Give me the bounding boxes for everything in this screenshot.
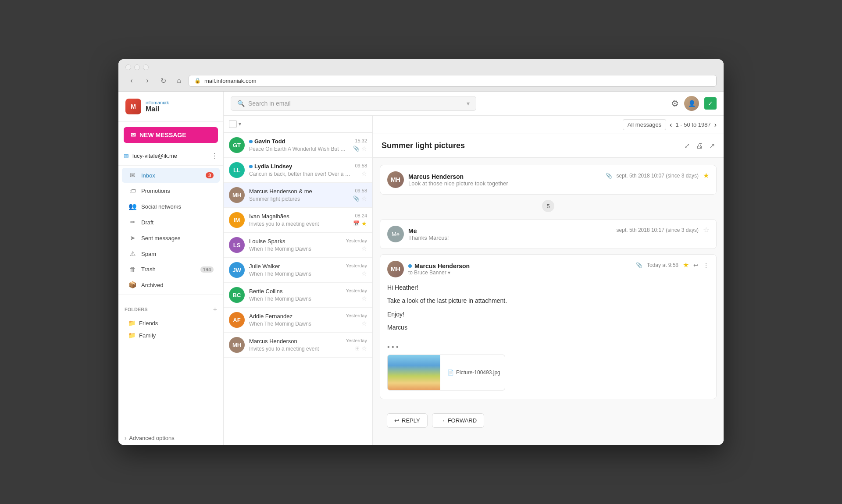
- compose-icon: ✉: [131, 131, 136, 138]
- browser-window: ‹ › ↻ ⌂ 🔒 mail.infomaniak.com M infomani…: [118, 59, 724, 445]
- msg-content: Gavin Todd Peace On Earth A Wonderful Wi…: [249, 138, 349, 152]
- multi-icon: ⊞: [355, 345, 360, 351]
- settings-button[interactable]: ⚙: [671, 98, 679, 109]
- msg-content: Lydia Lindsey Cancun is back, better tha…: [249, 163, 350, 177]
- sidebar-header: M infomaniak Mail: [118, 92, 223, 122]
- forward-button[interactable]: → FORWARD: [432, 413, 484, 428]
- reply-quick-button[interactable]: ↩: [693, 262, 699, 269]
- reload-button[interactable]: ↻: [157, 75, 169, 87]
- message-item[interactable]: JW Julie Walker When The Morning Dawns Y…: [224, 258, 372, 283]
- star-icon[interactable]: ☆: [361, 295, 367, 302]
- nav-draft[interactable]: ✏ Draft: [122, 215, 220, 230]
- nav-social[interactable]: 👥 Social networks: [122, 199, 220, 214]
- avatar[interactable]: 👤: [684, 96, 699, 111]
- reply-button[interactable]: ↩ REPLY: [387, 413, 428, 428]
- search-bar[interactable]: 🔍 Search in email ▾: [231, 96, 476, 111]
- browser-dot-maximize[interactable]: [143, 64, 149, 70]
- star-icon[interactable]: ☆: [361, 320, 367, 327]
- msg-content: Marcus Henderson & me Summer light pictu…: [249, 188, 349, 202]
- folder-family[interactable]: 📁 Family: [124, 329, 218, 341]
- thread-sender-name: Marcus Henderson: [408, 173, 508, 180]
- msg-avatar: LL: [229, 162, 245, 178]
- msg-preview: Summer light pictures: [249, 196, 349, 202]
- nav-trash[interactable]: 🗑 Trash 194: [122, 262, 220, 277]
- message-item[interactable]: BC Bertie Collins When The Morning Dawns…: [224, 283, 372, 308]
- msg-content: Bertie Collins When The Morning Dawns: [249, 288, 341, 302]
- message-item[interactable]: MH Marcus Henderson & me Summer light pi…: [224, 183, 372, 208]
- advanced-options-label: Advanced options: [129, 435, 174, 441]
- msg-preview: Invites you to a meeting event: [249, 346, 341, 352]
- msg-preview: Invites you to a meeting event: [249, 221, 349, 227]
- next-page-button[interactable]: ›: [714, 121, 717, 129]
- select-all-checkbox[interactable]: [229, 120, 237, 128]
- msg-preview: When The Morning Dawns: [249, 246, 341, 252]
- prev-page-button[interactable]: ‹: [670, 121, 672, 129]
- thread-to-chevron[interactable]: ▾: [448, 270, 450, 276]
- ellipsis-button[interactable]: • • •: [387, 343, 399, 351]
- account-more-icon[interactable]: ⋮: [211, 152, 218, 160]
- sender-name: Marcus Henderson: [249, 338, 297, 344]
- star-icon[interactable]: ☆: [361, 245, 367, 252]
- msg-avatar: MH: [229, 337, 245, 353]
- back-button[interactable]: ‹: [125, 75, 138, 87]
- thread-to: to Bruce Banner ▾: [408, 270, 470, 276]
- thread-more-button[interactable]: ⋮: [703, 262, 709, 269]
- nav-spam[interactable]: ⚠ Spam: [122, 246, 220, 261]
- star-icon[interactable]: ☆: [361, 345, 367, 352]
- address-bar[interactable]: 🔒 mail.infomaniak.com: [189, 75, 717, 87]
- all-messages-button[interactable]: All messages: [623, 119, 666, 130]
- search-placeholder: Search in email: [248, 100, 291, 107]
- star-icon[interactable]: ☆: [361, 145, 367, 152]
- star-icon[interactable]: ☆: [361, 170, 367, 177]
- browser-dot-close[interactable]: [125, 64, 131, 70]
- forward-button[interactable]: ›: [141, 75, 153, 87]
- nav-archived[interactable]: 📦 Archived: [122, 277, 220, 292]
- thread-item-header[interactable]: MH Marcus Henderson Look at those nice p…: [380, 165, 716, 194]
- folder-friends[interactable]: 📁 Friends: [124, 317, 218, 329]
- sender-name: Bertie Collins: [249, 288, 283, 295]
- msg-meta: Yesterday ☆: [346, 313, 367, 327]
- message-item[interactable]: IM Ivan Magalhães Invites you to a meeti…: [224, 208, 372, 233]
- select-dropdown-icon[interactable]: ▾: [239, 121, 241, 127]
- external-link-button[interactable]: ↗: [709, 142, 715, 150]
- promotions-icon: 🏷: [128, 187, 137, 195]
- message-item[interactable]: LL Lydia Lindsey Cancun is back, better …: [224, 158, 372, 183]
- thread-star-button-3[interactable]: ★: [683, 261, 689, 269]
- msg-avatar: AF: [229, 312, 245, 328]
- browser-dot-minimize[interactable]: [134, 64, 140, 70]
- nav-sent[interactable]: ➤ Sent messages: [122, 231, 220, 245]
- print-button[interactable]: 🖨: [696, 142, 703, 150]
- message-item[interactable]: GT Gavin Todd Peace On Earth A Wonderful…: [224, 133, 372, 158]
- nav-promotions[interactable]: 🏷 Promotions: [122, 184, 220, 198]
- thread-star-button-2[interactable]: ☆: [703, 226, 709, 234]
- thread-meta-2: sept. 5th 2018 10:17 (since 3 days) ☆: [617, 226, 709, 234]
- message-item[interactable]: MH Marcus Henderson Invites you to a mee…: [224, 333, 372, 358]
- add-folder-button[interactable]: +: [213, 305, 217, 313]
- nav-inbox[interactable]: ✉ Inbox 3: [122, 168, 220, 183]
- account-item[interactable]: ✉ lucy-vitale@ik.me ⋮: [118, 148, 223, 163]
- star-icon[interactable]: ☆: [361, 270, 367, 277]
- browser-chrome: ‹ › ↻ ⌂ 🔒 mail.infomaniak.com: [118, 59, 724, 92]
- calendar-icon: 📅: [353, 220, 360, 227]
- advanced-options[interactable]: › Advanced options: [118, 431, 223, 445]
- expand-icon[interactable]: ⤢: [684, 142, 690, 150]
- msg-preview: When The Morning Dawns: [249, 296, 341, 302]
- message-item[interactable]: LS Louise Sparks When The Morning Dawns …: [224, 233, 372, 258]
- thread-meta: 📎 sept. 5th 2018 10:07 (since 3 days) ★: [606, 171, 709, 180]
- folder-family-label: Family: [139, 332, 156, 339]
- message-item[interactable]: AF Addie Fernandez When The Morning Dawn…: [224, 308, 372, 333]
- attachment-item[interactable]: 📄 Picture-100493.jpg: [387, 355, 505, 390]
- new-message-button[interactable]: ✉ NEW MESSAGE: [124, 127, 218, 143]
- spam-label: Spam: [141, 251, 214, 257]
- search-dropdown-icon[interactable]: ▾: [467, 100, 470, 107]
- inbox-badge: 3: [206, 172, 214, 178]
- account-email: lucy-vitale@ik.me: [132, 153, 177, 159]
- msg-meta: Yesterday ☆: [346, 238, 367, 252]
- star-icon[interactable]: ☆: [361, 195, 367, 202]
- thread-item-header-2[interactable]: Me Me Thanks Marcus! sept. 5th 2018 10:1…: [380, 220, 716, 248]
- home-button[interactable]: ⌂: [173, 75, 185, 87]
- star-icon[interactable]: ★: [361, 220, 367, 227]
- draft-label: Draft: [141, 219, 214, 226]
- thread-avatar-image: MH: [387, 171, 404, 188]
- thread-star-button[interactable]: ★: [703, 171, 709, 180]
